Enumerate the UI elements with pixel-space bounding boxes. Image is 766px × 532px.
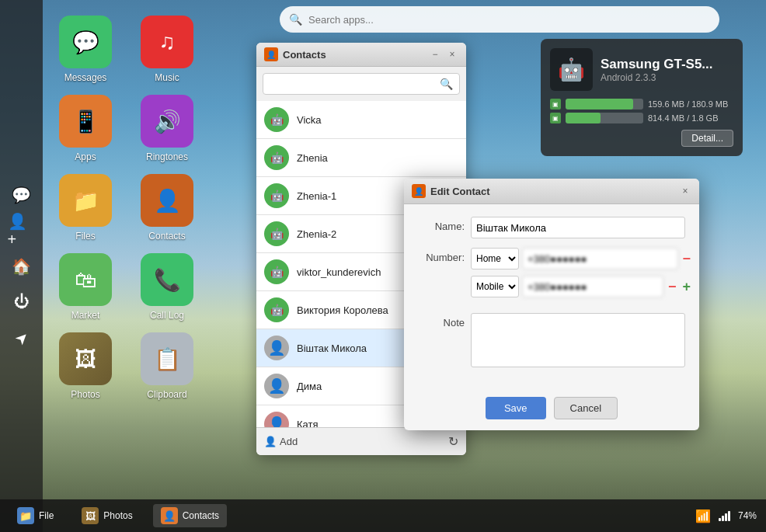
app-label-photos: Photos (71, 389, 99, 400)
app-label-calllog: Call Log (150, 310, 184, 321)
phone-input-1[interactable] (522, 248, 678, 269)
contact-name: Zhenia-2 (297, 228, 336, 240)
contact-avatar: 👤 (264, 412, 289, 427)
app-label-files: Files (75, 231, 95, 242)
contacts-search-bar: 🔍 (263, 73, 460, 95)
contact-name: Дима (297, 381, 322, 392)
storage-row-2: ▣ 814.4 MB / 1.8 GB (550, 113, 733, 123)
app-item-contacts[interactable]: 👤 Contacts (132, 174, 202, 242)
app-item-ringtones[interactable]: 🔊 Ringtones (132, 95, 202, 162)
add-icon: 👤 (264, 436, 277, 447)
contact-avatar: 🤖 (264, 107, 289, 132)
add-contact-button[interactable]: 👤 Add (264, 436, 298, 447)
edit-contact-dialog: 👤 Edit Contact × Name: Number: Home Mobi… (404, 179, 699, 430)
app-item-messages[interactable]: 💬 Messages (50, 16, 120, 83)
phone-type-select-1[interactable]: Home Mobile Work Other (471, 248, 519, 269)
sidebar-icon-power[interactable]: ⏻ (8, 288, 36, 316)
storage-icon-2: ▣ (550, 113, 561, 123)
search-icon: 🔍 (289, 13, 302, 26)
sidebar-icon-add-user[interactable]: 👤+ (8, 217, 36, 245)
app-icon-photos: 🖼 (59, 332, 112, 385)
contact-item[interactable]: 🤖 Vicka (256, 101, 466, 139)
app-item-market[interactable]: 🛍 Market (50, 253, 120, 321)
remove-phone-2-button[interactable]: − (667, 279, 678, 295)
battery-indicator: 74% (738, 510, 757, 521)
detail-button[interactable]: Detail... (681, 130, 733, 147)
name-input[interactable] (471, 217, 685, 238)
search-input[interactable] (308, 14, 710, 26)
edit-titlebar: 👤 Edit Contact × (404, 179, 699, 204)
contact-name: viktor_kunderevich (297, 266, 381, 278)
contact-avatar: 🤖 (264, 297, 289, 322)
name-label: Name: (418, 217, 465, 232)
edit-footer: Save Cancel (404, 389, 699, 430)
edit-body: Name: Number: Home Mobile Work Other − (404, 204, 699, 389)
remove-phone-1-button[interactable]: − (681, 251, 693, 267)
taskbar-app-label-file: File (39, 510, 54, 521)
storage-icon-1: ▣ (550, 99, 561, 110)
contact-name: Zhenia (297, 152, 328, 164)
number-row: Number: Home Mobile Work Other − Home Mo (418, 248, 685, 304)
sidebar-icon-home[interactable]: 🏠 (8, 252, 36, 280)
app-icon-apps: 📱 (59, 95, 112, 148)
contacts-minimize-button[interactable]: − (429, 48, 441, 61)
app-item-files[interactable]: 📁 Files (50, 174, 120, 242)
app-icon-calllog: 📞 (141, 253, 193, 306)
storage-fill-2 (566, 113, 601, 123)
sidebar-icon-send[interactable]: ➤ (2, 318, 41, 357)
cancel-button[interactable]: Cancel (554, 397, 618, 419)
app-icon-files: 📁 (59, 174, 112, 227)
note-textarea[interactable] (471, 313, 685, 367)
signal-bar-3 (725, 513, 727, 521)
storage-fill-1 (566, 99, 633, 110)
app-label-messages: Messages (64, 72, 107, 83)
app-item-music[interactable]: ♫ Music (132, 16, 202, 83)
refresh-button[interactable]: ↻ (448, 434, 458, 449)
phone-type-select-2[interactable]: Home Mobile Work Other (471, 276, 519, 297)
contacts-footer: 👤 Add ↻ (256, 427, 466, 455)
sidebar-icon-chat[interactable]: 💬 (8, 181, 36, 209)
storage-text-2: 814.4 MB / 1.8 GB (648, 113, 733, 123)
contacts-window-title: Contacts (283, 49, 424, 61)
contacts-titlebar: 👤 Contacts − × (256, 43, 466, 67)
phone-row-1: Home Mobile Work Other − (471, 248, 692, 269)
device-panel: 🤖 Samsung GT-S5... Android 2.3.3 ▣ 159.6… (541, 39, 743, 156)
taskbar-right: 📶 74% (695, 509, 757, 523)
app-item-photos[interactable]: 🖼 Photos (50, 332, 120, 400)
contact-name: Вiштак Микола (297, 342, 367, 354)
app-label-contacts: Contacts (148, 231, 185, 242)
contact-avatar: 🤖 (264, 183, 289, 208)
storage-bar-1 (566, 99, 643, 110)
number-label: Number: (418, 248, 465, 263)
app-item-apps[interactable]: 📱 Apps (50, 95, 120, 162)
contact-item[interactable]: 🤖 Zhenia (256, 139, 466, 177)
taskbar-app-icon-photos: 🖼 (82, 507, 99, 524)
contacts-search-input[interactable] (270, 78, 435, 90)
save-button[interactable]: Save (486, 397, 546, 419)
contact-name: Vicka (297, 114, 322, 126)
name-row: Name: (418, 217, 685, 238)
app-item-clipboard[interactable]: 📋 Clipboard (132, 332, 202, 400)
contact-avatar: 👤 (264, 336, 289, 360)
note-row: Note (418, 313, 685, 367)
edit-dialog-icon: 👤 (412, 184, 426, 198)
storage-text-1: 159.6 MB / 180.9 MB (648, 99, 733, 109)
app-label-music: Music (155, 72, 179, 83)
storage-row-1: ▣ 159.6 MB / 180.9 MB (550, 99, 733, 110)
taskbar: 📁 File 🖼 Photos 👤 Contacts 📶 74% (0, 499, 766, 532)
phone-input-2[interactable] (522, 276, 663, 297)
signal-bar-4 (728, 511, 730, 521)
app-icon-market: 🛍 (59, 253, 112, 306)
taskbar-app-photos[interactable]: 🖼 Photos (74, 504, 140, 527)
taskbar-app-contacts[interactable]: 👤 Contacts (153, 504, 227, 527)
app-item-calllog[interactable]: 📞 Call Log (132, 253, 202, 321)
contacts-close-button[interactable]: × (446, 48, 458, 61)
edit-close-button[interactable]: × (679, 185, 691, 197)
contact-avatar: 🤖 (264, 145, 289, 170)
contact-name: Катя (297, 419, 319, 428)
taskbar-app-file[interactable]: 📁 File (9, 504, 61, 527)
add-phone-button[interactable]: + (681, 279, 693, 295)
app-grid: 💬 Messages ♫ Music 📱 Apps 🔊 Ringtones 📁 … (50, 16, 202, 400)
taskbar-app-label-contacts: Contacts (183, 510, 219, 521)
contact-avatar: 🤖 (264, 259, 289, 284)
